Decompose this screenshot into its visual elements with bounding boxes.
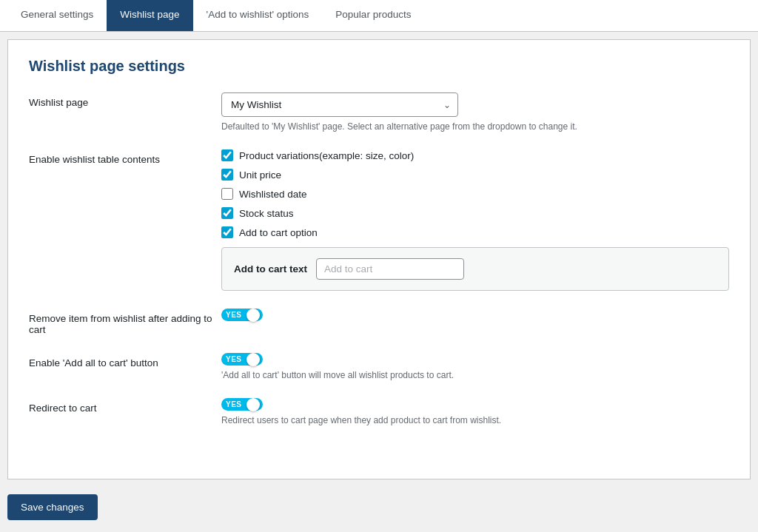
redirect-hint: Redirect users to cart page when they ad… xyxy=(221,415,729,425)
redirect-toggle[interactable]: YES xyxy=(221,398,263,411)
checkbox-stock-status-label: Stock status xyxy=(239,208,294,219)
checkbox-wishlisted-date-label: Wishlisted date xyxy=(239,189,307,200)
wishlist-page-label: Wishlist page xyxy=(29,92,221,108)
remove-item-toggle-wrapper: YES xyxy=(221,309,729,321)
add-all-hint: 'Add all to cart' button will move all w… xyxy=(221,370,729,380)
footer-bar: Save changes xyxy=(0,487,758,532)
redirect-label: Redirect to cart xyxy=(29,398,221,414)
table-contents-row: Enable wishlist table contents Product v… xyxy=(29,149,729,291)
checkbox-variations-label: Product variations(example: size, color) xyxy=(239,150,414,161)
redirect-toggle-text: YES xyxy=(226,400,242,408)
remove-item-toggle-text: YES xyxy=(226,311,242,319)
tab-general[interactable]: General settings xyxy=(7,0,107,31)
add-all-toggle-circle xyxy=(246,353,260,366)
checkbox-unit-price-input[interactable] xyxy=(221,169,233,181)
checkbox-variations-input[interactable] xyxy=(221,149,233,161)
page-title: Wishlist page settings xyxy=(29,58,729,75)
checkbox-add-to-cart[interactable]: Add to cart option xyxy=(221,226,729,238)
add-to-cart-text-input[interactable] xyxy=(316,258,464,280)
tab-popular[interactable]: Popular products xyxy=(322,0,424,31)
redirect-row: Redirect to cart YES Redirect users to c… xyxy=(29,398,729,425)
checkbox-wishlisted-date[interactable]: Wishlisted date xyxy=(221,188,729,200)
checkbox-unit-price-label: Unit price xyxy=(239,169,281,181)
checkbox-add-to-cart-label: Add to cart option xyxy=(239,227,318,238)
table-contents-control: Product variations(example: size, color)… xyxy=(221,149,729,291)
save-button[interactable]: Save changes xyxy=(7,494,98,520)
add-to-cart-text-label: Add to cart text xyxy=(234,263,307,275)
wishlist-dropdown-wrapper: My Wishlist ⌄ xyxy=(221,92,458,117)
main-content: Wishlist page settings Wishlist page My … xyxy=(7,39,751,479)
checkbox-add-to-cart-input[interactable] xyxy=(221,226,233,238)
remove-item-control: YES xyxy=(221,309,729,321)
remove-item-label: Remove item from wishlist after adding t… xyxy=(29,309,221,335)
table-contents-label: Enable wishlist table contents xyxy=(29,149,221,165)
add-all-label: Enable 'Add all to cart' button xyxy=(29,353,221,368)
remove-item-toggle[interactable]: YES xyxy=(221,309,263,321)
redirect-toggle-wrapper: YES xyxy=(221,398,729,411)
wishlist-page-control: My Wishlist ⌄ Defaulted to 'My Wishlist'… xyxy=(221,92,729,132)
redirect-control: YES Redirect users to cart page when the… xyxy=(221,398,729,425)
add-to-cart-text-box: Add to cart text xyxy=(221,247,729,291)
add-all-toggle-text: YES xyxy=(226,355,242,363)
wishlist-page-hint: Defaulted to 'My Wishlist' page. Select … xyxy=(221,121,729,132)
wishlist-page-dropdown[interactable]: My Wishlist xyxy=(221,92,458,117)
redirect-toggle-circle xyxy=(246,398,260,411)
checkbox-group: Product variations(example: size, color)… xyxy=(221,149,729,238)
add-all-toggle-wrapper: YES xyxy=(221,353,729,366)
tab-add-options[interactable]: 'Add to wishlist' options xyxy=(193,0,323,31)
remove-item-row: Remove item from wishlist after adding t… xyxy=(29,309,729,335)
checkbox-unit-price[interactable]: Unit price xyxy=(221,169,729,181)
tabs-bar: General settings Wishlist page 'Add to w… xyxy=(0,0,758,32)
checkbox-stock-status-input[interactable] xyxy=(221,207,233,219)
wishlist-page-row: Wishlist page My Wishlist ⌄ Defaulted to… xyxy=(29,92,729,132)
tab-wishlist[interactable]: Wishlist page xyxy=(107,0,192,31)
checkbox-stock-status[interactable]: Stock status xyxy=(221,207,729,219)
add-all-toggle[interactable]: YES xyxy=(221,353,263,366)
checkbox-variations[interactable]: Product variations(example: size, color) xyxy=(221,149,729,161)
add-all-control: YES 'Add all to cart' button will move a… xyxy=(221,353,729,380)
remove-item-toggle-circle xyxy=(246,309,260,322)
add-all-row: Enable 'Add all to cart' button YES 'Add… xyxy=(29,353,729,380)
checkbox-wishlisted-date-input[interactable] xyxy=(221,188,233,200)
